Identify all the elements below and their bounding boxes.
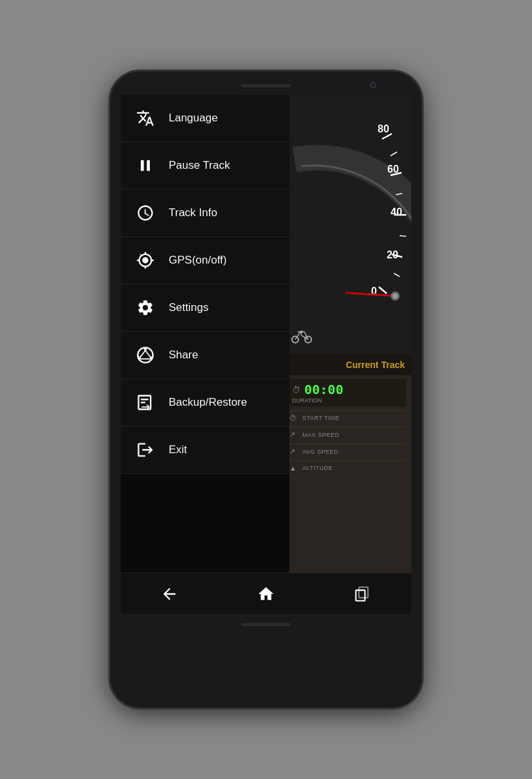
gps-label: GPS(on/off) bbox=[169, 254, 226, 267]
nav-bar bbox=[121, 573, 411, 614]
stat-avg-speed: ↗ AVG SPEED bbox=[287, 443, 406, 459]
duration-value: 00:00 bbox=[304, 382, 343, 397]
bottom-speaker bbox=[240, 622, 292, 627]
exit-label: Exit bbox=[169, 443, 187, 456]
settings-label: Settings bbox=[169, 301, 208, 314]
menu-item-language[interactable]: Language bbox=[121, 95, 289, 142]
svg-point-22 bbox=[144, 347, 147, 351]
stat-start-time: ⏱ START TIME bbox=[287, 410, 406, 425]
menu-item-settings[interactable]: Settings bbox=[121, 284, 289, 332]
duration-label: DURATION bbox=[292, 397, 401, 404]
svg-rect-30 bbox=[141, 402, 145, 403]
settings-icon bbox=[134, 296, 157, 319]
menu-item-exit[interactable]: Exit bbox=[121, 427, 289, 474]
svg-text:80: 80 bbox=[378, 123, 389, 134]
gps-icon bbox=[134, 249, 157, 272]
svg-rect-0 bbox=[282, 95, 411, 348]
svg-text:60: 60 bbox=[387, 164, 399, 175]
home-button[interactable] bbox=[250, 578, 282, 610]
language-icon bbox=[134, 106, 157, 130]
back-button[interactable] bbox=[154, 578, 185, 610]
avg-speed-label: AVG SPEED bbox=[302, 449, 339, 455]
menu-item-track-info[interactable]: Track Info bbox=[121, 190, 289, 237]
svg-text:40: 40 bbox=[391, 206, 402, 217]
altitude-label: ALTITUDE bbox=[302, 465, 333, 471]
share-label: Share bbox=[169, 349, 198, 362]
svg-rect-33 bbox=[359, 587, 368, 597]
recent-apps-button[interactable] bbox=[347, 578, 378, 610]
phone-top-bar bbox=[117, 83, 415, 88]
svg-line-26 bbox=[145, 351, 151, 358]
screen-inner: ↺ bbox=[121, 95, 411, 614]
duration-display: ⏱ 00:00 DURATION bbox=[287, 379, 406, 406]
max-speed-label: MAX SPEED bbox=[302, 432, 339, 438]
svg-rect-29 bbox=[141, 399, 149, 400]
menu-item-pause-track[interactable]: Pause Track bbox=[121, 142, 289, 190]
pause-icon bbox=[134, 154, 157, 177]
exit-icon bbox=[134, 438, 157, 462]
backup-label: Backup/Restore bbox=[169, 396, 247, 409]
menu-item-gps[interactable]: GPS(on/off) bbox=[121, 237, 289, 284]
speedometer-panel: ↺ bbox=[282, 95, 411, 354]
current-track-title: Current Track bbox=[346, 360, 405, 370]
svg-line-8 bbox=[400, 236, 406, 236]
language-label: Language bbox=[169, 112, 218, 125]
stat-max-speed: ↗ MAX SPEED bbox=[287, 427, 406, 442]
phone-device: ↺ bbox=[110, 71, 422, 708]
start-time-icon: ⏱ bbox=[289, 414, 300, 422]
svg-point-17 bbox=[393, 293, 398, 299]
speaker-grill bbox=[240, 83, 292, 88]
track-stats-area: ⏱ 00:00 DURATION ⏱ START TIME ↗ MAX SPEE… bbox=[282, 375, 411, 479]
phone-bottom-bar bbox=[117, 622, 415, 627]
altitude-icon: ▲ bbox=[289, 464, 300, 472]
menu-item-backup[interactable]: Backup/Restore bbox=[121, 379, 289, 427]
max-speed-icon: ↗ bbox=[289, 430, 300, 439]
avg-speed-icon: ↗ bbox=[289, 447, 300, 456]
screen: ↺ bbox=[121, 95, 411, 614]
menu-overlay: Language Pause Track bbox=[121, 95, 289, 614]
share-icon bbox=[134, 343, 157, 367]
stat-altitude: ▲ ALTITUDE bbox=[287, 460, 406, 475]
start-time-label: START TIME bbox=[302, 415, 339, 421]
track-info-icon bbox=[134, 201, 157, 225]
current-track-header: Current Track bbox=[282, 354, 411, 375]
svg-point-20 bbox=[300, 330, 303, 333]
menu-item-share[interactable]: Share bbox=[121, 332, 289, 379]
backup-icon bbox=[134, 391, 157, 414]
front-camera bbox=[370, 82, 376, 88]
pause-track-label: Pause Track bbox=[169, 159, 230, 172]
bike-icon bbox=[291, 327, 312, 348]
svg-line-25 bbox=[140, 351, 145, 358]
track-info-label: Track Info bbox=[169, 206, 217, 219]
svg-text:20: 20 bbox=[387, 249, 398, 260]
svg-rect-32 bbox=[356, 590, 365, 600]
